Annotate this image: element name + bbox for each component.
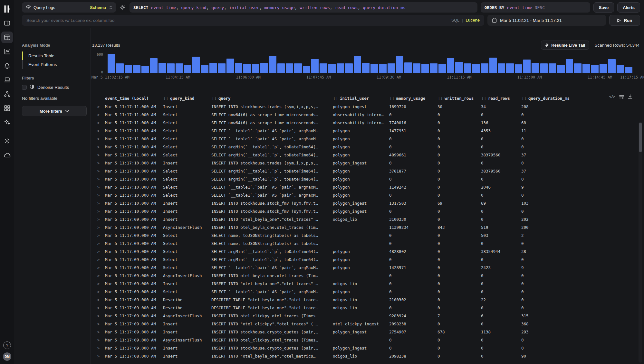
row-expander-icon[interactable]: > [96,249,105,254]
nav-settings-gear-icon[interactable] [1,135,13,147]
sql-mode-toggle[interactable]: SQL [451,18,459,23]
mode-event-patterns[interactable]: Event Patterns [22,60,87,69]
table-row[interactable]: >Mar 5 11:17:10.000 AMSelectSELECT argMi… [96,175,644,183]
drag-handle-icon[interactable]: ⋮⋮ [211,97,216,100]
row-expander-icon[interactable]: > [96,306,105,310]
lucene-mode-toggle[interactable]: Lucene [466,18,480,23]
histogram-bar[interactable] [413,63,420,73]
col-header-read-rows[interactable]: ⋮⋮read_rows [481,96,521,101]
histogram-bar[interactable] [540,63,548,73]
table-row[interactable]: >Mar 5 11:17:10.000 AMInsertINSERT INTO … [96,159,644,167]
histogram-bar[interactable] [116,63,123,73]
table-row[interactable]: >Mar 5 11:17:09.000 AMSelectSELECT name,… [96,239,644,247]
row-expander-icon[interactable]: > [96,257,105,262]
histogram-bar[interactable] [472,64,480,73]
table-row[interactable]: >Mar 5 11:17:08.000 AMInsertINSERT INTO … [96,352,644,360]
histogram-bar[interactable] [125,65,132,73]
histogram-bar[interactable] [209,63,217,73]
nav-ai-assistant-icon[interactable] [1,117,13,128]
row-expander-icon[interactable]: > [96,266,105,270]
histogram-bar[interactable] [549,63,556,73]
row-expander-icon[interactable]: > [96,177,105,182]
row-expander-icon[interactable]: > [96,322,105,326]
histogram-bar[interactable] [337,63,344,73]
histogram-bar[interactable] [489,58,497,73]
row-expander-icon[interactable]: > [96,298,105,302]
row-expander-icon[interactable]: > [96,161,105,165]
row-expander-icon[interactable]: > [96,314,105,318]
table-row[interactable]: >Mar 5 11:17:11.000 AMSelectSELECT argMi… [96,143,644,151]
run-button[interactable]: Run [609,15,640,26]
nav-services-icon[interactable] [1,88,13,100]
histogram-bar[interactable] [150,58,158,73]
panel-toggle-icon[interactable] [1,17,13,29]
date-range-picker[interactable]: Mar 5 11:02:21 - Mar 5 11:17:21 [487,15,606,26]
table-row[interactable]: >Mar 5 11:17:09.000 AMSelectSELECT argMi… [96,247,644,256]
table-row[interactable]: >Mar 5 11:17:10.000 AMSelectSELECT `__ta… [96,191,644,199]
scrollbar-thumb[interactable] [639,123,642,152]
histogram-bar[interactable] [438,64,446,73]
table-row[interactable]: >Mar 5 11:17:11.000 AMSelectSELECT now64… [96,111,644,119]
row-expander-icon[interactable]: > [96,137,105,141]
table-row[interactable]: >Mar 5 11:17:09.000 AMAsyncInsertFlushIN… [96,336,644,344]
row-expander-icon[interactable]: > [96,338,105,342]
nav-chart-icon[interactable] [1,46,13,57]
histogram-bar[interactable] [362,63,370,73]
row-expander-icon[interactable]: > [96,217,105,222]
app-logo[interactable] [1,3,13,15]
drag-handle-icon[interactable]: ⋮⋮ [481,97,486,100]
table-row[interactable]: >Mar 5 11:17:09.000 AMAsyncInsertFlushIN… [96,272,644,280]
histogram-bar[interactable] [286,63,293,73]
histogram-bar[interactable] [388,63,395,73]
col-header-query-kind[interactable]: ⋮⋮query_kind [163,96,211,101]
drag-handle-icon[interactable]: ⋮⋮ [389,97,394,100]
histogram-bar[interactable] [582,64,590,73]
more-filters-button[interactable]: More filters [22,106,87,116]
histogram-bar[interactable] [566,59,573,73]
table-row[interactable]: >Mar 5 11:17:09.000 AMSelectSELECT name,… [96,231,644,239]
histogram-bar[interactable] [328,64,336,73]
histogram-bar[interactable] [184,65,191,73]
table-row[interactable]: >Mar 5 11:17:10.000 AMInsertINSERT INTO … [96,199,644,207]
table-row[interactable]: >Mar 5 11:17:09.000 AMSelectSELECT `__ta… [96,264,644,272]
vertical-scrollbar[interactable] [639,122,642,363]
table-row[interactable]: >Mar 5 11:17:09.000 AMInsertINSERT INTO … [96,320,644,328]
histogram-bar[interactable] [532,63,539,73]
histogram-bar[interactable] [201,65,208,73]
table-row[interactable]: >Mar 5 11:17:11.000 AMInsertINSERT INTO … [96,103,644,111]
col-header-event-time[interactable]: event_time (Local) [105,96,163,101]
orderby-clause-input[interactable]: ORDER BY event_time DESC [481,2,590,13]
row-expander-icon[interactable]: > [96,346,105,350]
drag-handle-icon[interactable]: ⋮⋮ [333,97,338,100]
view-source-icon[interactable]: </> [609,95,615,99]
table-row[interactable]: >Mar 5 11:17:10.000 AMSelectSELECT `__ta… [96,183,644,191]
histogram-bar[interactable] [320,63,327,73]
histogram-bar[interactable] [600,64,607,73]
col-header-initial-user[interactable]: ⋮⋮initial_user [333,96,389,101]
histogram-bar[interactable] [269,56,276,73]
histogram-bar[interactable] [464,63,471,73]
source-selector[interactable]: Query Logs Schema [22,2,116,13]
histogram-bar[interactable] [354,56,361,73]
col-header-written-rows[interactable]: ⋮⋮written_rows [437,96,481,101]
histogram-bar[interactable] [481,63,488,73]
drag-handle-icon[interactable]: ⋮⋮ [521,97,526,100]
row-expander-icon[interactable]: > [96,193,105,198]
table-row[interactable]: >Mar 5 11:17:11.000 AMSelectSELECT now64… [96,119,644,127]
search-input[interactable] [26,18,448,23]
histogram-bar[interactable] [260,63,268,73]
denoise-checkbox[interactable] [22,85,27,90]
download-icon[interactable] [628,94,632,99]
table-row[interactable]: >Mar 5 11:17:09.000 AMInsertINSERT INTO … [96,344,644,352]
histogram-bar[interactable] [277,63,285,73]
table-row[interactable]: >Mar 5 11:17:09.000 AMDescribeDESCRIBE T… [96,304,644,312]
histogram-bar[interactable] [141,66,149,73]
row-expander-icon[interactable]: > [96,185,105,190]
schema-toggle[interactable]: Schema [90,5,106,10]
row-expander-icon[interactable]: > [96,129,105,133]
histogram-bar[interactable] [108,54,115,73]
histogram-bar[interactable] [506,63,514,73]
select-clause-input[interactable]: SELECT event_time, query_kind, query, in… [130,2,477,13]
alerts-button[interactable]: Alerts [617,2,640,13]
row-expander-icon[interactable]: > [96,354,105,359]
